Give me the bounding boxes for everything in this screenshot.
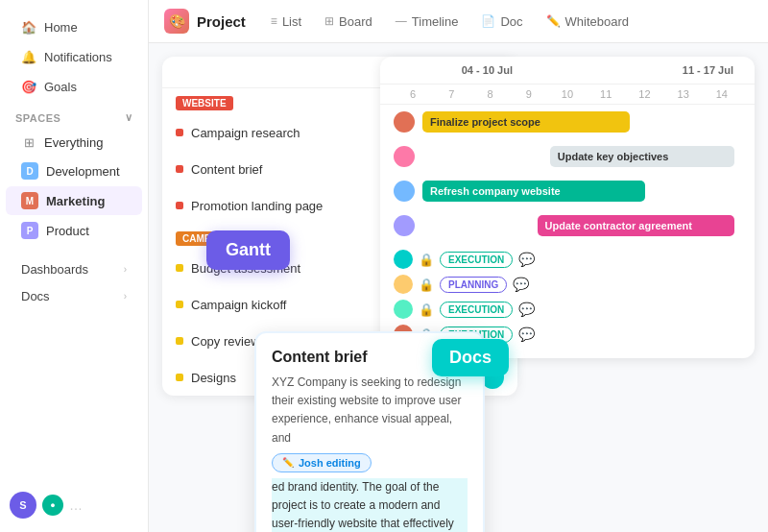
sidebar-item-dashboards[interactable]: Dashboards › bbox=[6, 256, 142, 282]
gantt-bar-4[interactable]: Update contractor agreement bbox=[538, 215, 735, 236]
gantt-row: Update key objectives bbox=[380, 139, 755, 174]
sidebar-item-home[interactable]: 🏠 Home bbox=[6, 12, 142, 41]
gantt-avatar bbox=[394, 250, 413, 269]
tab-board[interactable]: ⊞ Board bbox=[315, 10, 382, 34]
tab-doc[interactable]: 📄 Doc bbox=[471, 10, 532, 34]
avatar-menu-icon[interactable]: … bbox=[69, 497, 83, 513]
sidebar-item-docs-label: Docs bbox=[21, 289, 50, 303]
chat-icon: 💬 bbox=[518, 326, 535, 342]
gantt-day: 13 bbox=[664, 88, 703, 100]
tab-doc-label: Doc bbox=[500, 14, 522, 29]
edit-icon: ✏️ bbox=[282, 457, 294, 468]
task-priority-dot bbox=[176, 129, 183, 136]
gantt-row: Finalize project scope bbox=[380, 105, 755, 139]
chat-icon: 💬 bbox=[518, 252, 535, 267]
sidebar-item-development[interactable]: D Development bbox=[6, 157, 142, 185]
doc-tab-icon: 📄 bbox=[481, 14, 495, 28]
gantt-row: Refresh company website bbox=[380, 174, 755, 208]
task-priority-dot bbox=[176, 165, 183, 173]
sidebar-item-docs[interactable]: Docs › bbox=[6, 283, 142, 309]
tab-list-label: List bbox=[282, 14, 301, 29]
avatar-row: S ● … bbox=[10, 492, 83, 519]
sidebar-item-product[interactable]: P Product bbox=[6, 216, 142, 245]
home-icon: 🏠 bbox=[21, 19, 36, 35]
everything-icon: ⊞ bbox=[21, 134, 36, 150]
product-dot: P bbox=[21, 222, 38, 239]
task-priority-dot bbox=[176, 374, 183, 381]
gantt-bar-1[interactable]: Finalize project scope bbox=[422, 111, 630, 133]
status-badge: EXECUTION bbox=[440, 252, 513, 268]
gantt-week1: 04 - 10 Jul bbox=[394, 64, 581, 76]
gantt-day: 14 bbox=[703, 88, 741, 100]
sidebar-item-development-label: Development bbox=[46, 164, 120, 179]
spaces-chevron-icon[interactable]: ∨ bbox=[125, 111, 133, 124]
gantt-avatar bbox=[394, 146, 415, 167]
gantt-bar-3[interactable]: Refresh company website bbox=[422, 181, 645, 202]
tab-timeline[interactable]: — Timeline bbox=[386, 10, 468, 34]
sidebar-item-marketing[interactable]: M Marketing bbox=[6, 186, 142, 215]
gantt-day: 9 bbox=[510, 88, 548, 100]
whiteboard-tab-icon: ✏️ bbox=[546, 14, 561, 28]
project-title: Project bbox=[197, 13, 246, 30]
sidebar-item-dashboards-label: Dashboards bbox=[21, 262, 88, 277]
task-priority-dot bbox=[176, 264, 183, 272]
main-content: 🎨 Project ≡ List ⊞ Board — Timeline 📄 Do… bbox=[149, 0, 768, 532]
sidebar-item-goals[interactable]: 🎯 Goals bbox=[6, 72, 142, 101]
gantt-tooltip-bubble: Gantt bbox=[206, 230, 290, 270]
docs-panel-text2: ed brand identity. The goal of the proje… bbox=[272, 478, 468, 532]
gantt-status-row: 🔒 EXECUTION 💬 bbox=[380, 297, 755, 322]
status-badge: EXECUTION bbox=[440, 302, 513, 318]
gantt-day: 6 bbox=[394, 88, 432, 100]
task-priority-dot bbox=[176, 337, 183, 345]
docs-chevron-icon: › bbox=[124, 291, 127, 302]
gantt-header: 04 - 10 Jul 11 - 17 Jul bbox=[380, 57, 755, 85]
docs-editing-badge: ✏️ Josh editing bbox=[272, 453, 372, 472]
task-name: Campaign kickoff bbox=[191, 298, 286, 312]
gantt-day: 8 bbox=[470, 88, 509, 100]
task-name: Promotion landing page bbox=[191, 199, 323, 213]
sidebar-item-notifications[interactable]: 🔔 Notifications bbox=[6, 42, 142, 71]
gantt-day: 7 bbox=[432, 88, 470, 100]
tab-timeline-label: Timeline bbox=[412, 14, 459, 29]
gantt-panel: 04 - 10 Jul 11 - 17 Jul 6 7 8 9 10 11 12… bbox=[380, 57, 755, 358]
website-badge: WEBSITE bbox=[176, 96, 233, 110]
gantt-lock-icon: 🔒 bbox=[419, 302, 434, 317]
chat-icon: 💬 bbox=[518, 302, 535, 317]
gantt-day: 11 bbox=[587, 88, 625, 100]
list-tab-icon: ≡ bbox=[271, 14, 277, 28]
gantt-avatar bbox=[394, 300, 413, 319]
gantt-day: 10 bbox=[548, 88, 587, 100]
sidebar-item-product-label: Product bbox=[46, 224, 89, 238]
gantt-lock-icon: 🔒 bbox=[419, 253, 434, 267]
docs-panel-text1: XYZ Company is seeking to redesign their… bbox=[272, 374, 468, 447]
dashboards-chevron-icon: › bbox=[124, 264, 127, 275]
tab-whiteboard[interactable]: ✏️ Whiteboard bbox=[537, 10, 638, 34]
tab-whiteboard-label: Whiteboard bbox=[565, 14, 629, 29]
gantt-avatar bbox=[394, 215, 415, 236]
bell-icon: 🔔 bbox=[21, 49, 36, 64]
tab-list[interactable]: ≡ List bbox=[261, 10, 311, 34]
gantt-bar-2[interactable]: Update key objectives bbox=[550, 146, 735, 167]
task-name: Campaign research bbox=[191, 126, 300, 140]
panels-area: ASSIGNEE WEBSITE Campaign research Conte… bbox=[149, 43, 768, 532]
gantt-day: 12 bbox=[625, 88, 663, 100]
docs-bubble-label: Docs bbox=[432, 339, 509, 376]
gantt-avatar bbox=[394, 181, 415, 202]
gantt-status-row: 🔒 PLANNING 💬 bbox=[380, 272, 755, 297]
gantt-row: Update contractor agreement bbox=[380, 208, 755, 243]
gantt-status-row: 🔒 EXECUTION 💬 bbox=[380, 247, 755, 272]
goals-icon: 🎯 bbox=[21, 79, 36, 94]
task-name: Content brief bbox=[191, 162, 262, 177]
spaces-section: Spaces ∨ bbox=[0, 102, 148, 128]
project-logo: 🎨 bbox=[164, 9, 189, 34]
marketing-dot: M bbox=[21, 192, 38, 209]
timeline-tab-icon: — bbox=[396, 14, 407, 28]
sidebar-item-everything[interactable]: ⊞ Everything bbox=[6, 129, 142, 156]
user-avatar-2[interactable]: ● bbox=[42, 495, 63, 516]
task-name: Copy review bbox=[191, 334, 260, 349]
user-avatar[interactable]: S bbox=[10, 492, 36, 519]
sidebar-item-marketing-label: Marketing bbox=[46, 194, 105, 208]
gantt-avatar bbox=[394, 111, 415, 133]
chat-icon: 💬 bbox=[513, 277, 529, 292]
task-priority-dot bbox=[176, 301, 183, 308]
